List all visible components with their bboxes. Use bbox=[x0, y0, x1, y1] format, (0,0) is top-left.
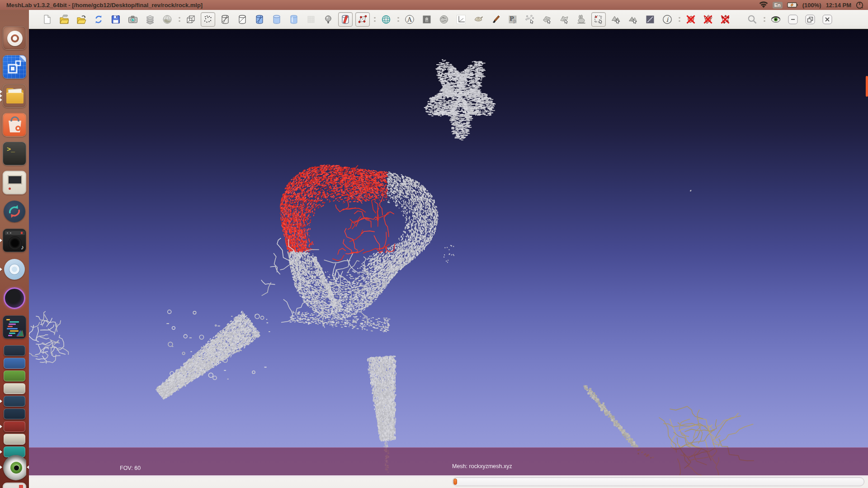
ubuntu-logo-icon bbox=[7, 31, 23, 46]
window-title: MeshLab v1.3.2_64bit - [/home/gcb12/Desk… bbox=[6, 2, 203, 9]
window-close-button[interactable] bbox=[820, 12, 835, 27]
stacked-launcher-icon[interactable] bbox=[4, 371, 25, 381]
show-trackball-button[interactable] bbox=[379, 12, 393, 27]
quality-mapper-tool[interactable]: Pp bbox=[505, 12, 520, 27]
open-project-button[interactable] bbox=[57, 12, 71, 27]
select-faces-tool[interactable] bbox=[609, 12, 623, 27]
show-selected-faces-button[interactable] bbox=[338, 12, 353, 27]
launcher-item-code-editor[interactable] bbox=[3, 315, 26, 339]
manipulator-tool[interactable] bbox=[540, 12, 554, 27]
gl-viewport[interactable]: FOV: 60 FPS: 0.0 Mesh: rockxyzmesh.xyz V… bbox=[29, 30, 868, 475]
align-tool[interactable] bbox=[574, 12, 589, 27]
launcher-item-sync-app[interactable] bbox=[3, 200, 26, 223]
show-raster-dialog-button[interactable] bbox=[160, 12, 175, 27]
deselect-faces-tool[interactable] bbox=[626, 12, 640, 27]
render-points-button[interactable] bbox=[201, 12, 215, 27]
render-hidden-lines-button[interactable] bbox=[235, 12, 250, 27]
render-bbox-button[interactable] bbox=[184, 12, 198, 27]
keyboard-layout-indicator[interactable]: En bbox=[773, 2, 783, 9]
point-cloud-canvas[interactable] bbox=[29, 30, 868, 475]
transform-tool[interactable] bbox=[454, 12, 468, 27]
fov-label: FOV: 60 bbox=[120, 465, 148, 472]
delete-selected-vertices-button[interactable] bbox=[701, 12, 715, 27]
stacked-launcher-icon[interactable] bbox=[4, 434, 25, 445]
render-flat-lines-button[interactable] bbox=[252, 12, 267, 27]
text-annotation-tool[interactable]: A bbox=[402, 12, 417, 27]
launcher-item-dash-home[interactable] bbox=[3, 26, 26, 50]
window-restore-button[interactable] bbox=[803, 12, 817, 27]
sync-arrows-icon bbox=[3, 200, 26, 223]
launcher-item-music-amp-app[interactable]: ♪ bbox=[3, 229, 26, 252]
measure-tool[interactable] bbox=[643, 12, 657, 27]
toolbar-separator bbox=[763, 15, 766, 23]
meshlab-toolbar: APpi bbox=[29, 10, 868, 30]
launcher-running-pip bbox=[0, 239, 2, 242]
show-layer-dialog-button[interactable] bbox=[143, 12, 157, 27]
stacked-launcher-icon[interactable] bbox=[4, 408, 25, 419]
info-tool[interactable]: i bbox=[660, 12, 675, 27]
window-minimize-button[interactable] bbox=[786, 12, 800, 27]
toolbar-separator bbox=[373, 15, 377, 23]
launcher-item-lens-app[interactable] bbox=[3, 286, 26, 310]
launcher-running-pip bbox=[0, 98, 2, 102]
launcher-item-software-center[interactable] bbox=[3, 113, 26, 136]
select-vertices-rectangle-tool[interactable] bbox=[591, 12, 606, 27]
render-wireframe-button[interactable] bbox=[218, 12, 232, 27]
export-mesh-button[interactable] bbox=[108, 12, 123, 27]
progress-bar bbox=[452, 477, 864, 486]
toolbar-separator bbox=[178, 15, 181, 23]
paint-tool[interactable] bbox=[488, 12, 503, 27]
progress-fill bbox=[453, 479, 457, 485]
toolbar-separator bbox=[678, 15, 681, 23]
texture-parametrization-tool[interactable] bbox=[437, 12, 451, 27]
svg-text:A: A bbox=[407, 16, 412, 23]
battery-percent-label: (100%) bbox=[802, 2, 821, 9]
lighting-toggle-button[interactable] bbox=[321, 12, 335, 27]
overlay-scrollbar-thumb[interactable] bbox=[866, 76, 868, 97]
snapshot-button[interactable] bbox=[126, 12, 140, 27]
show-selected-vertices-button[interactable] bbox=[355, 12, 370, 27]
launcher-running-pip bbox=[0, 90, 2, 94]
search-button[interactable] bbox=[745, 12, 760, 27]
render-texture-button bbox=[304, 12, 318, 27]
launcher-running-pip bbox=[27, 465, 29, 469]
launcher-item-retro-computer-app[interactable] bbox=[3, 171, 26, 194]
launcher-running-pip bbox=[0, 465, 2, 469]
referencing-tool[interactable] bbox=[557, 12, 571, 27]
render-smooth-button[interactable] bbox=[287, 12, 301, 27]
hud-camera-info: FOV: 60 FPS: 0.0 bbox=[120, 452, 148, 475]
stacked-launcher-icon[interactable] bbox=[4, 358, 25, 369]
svg-text:p: p bbox=[513, 18, 516, 24]
launcher-item-terminal[interactable]: >_ bbox=[3, 142, 26, 165]
reload-mesh-button[interactable] bbox=[91, 12, 106, 27]
stacked-launcher-icon[interactable] bbox=[4, 396, 25, 407]
toolbar-separator bbox=[396, 15, 400, 23]
import-mesh-button[interactable] bbox=[74, 12, 89, 27]
meshlab-window-icon[interactable] bbox=[769, 12, 783, 27]
launcher-item-chromium-browser[interactable] bbox=[3, 258, 26, 281]
launcher-item-trash[interactable]: ♻ bbox=[3, 483, 26, 488]
battery-icon[interactable] bbox=[787, 2, 798, 8]
stacked-launcher-icon[interactable] bbox=[4, 345, 25, 356]
delete-faces-and-vertices-button[interactable] bbox=[718, 12, 732, 27]
point-picking-tool[interactable] bbox=[523, 12, 537, 27]
launcher-running-pip bbox=[0, 399, 2, 403]
launcher-item-blueprint-app[interactable] bbox=[3, 55, 26, 79]
launcher-item-meshlab[interactable] bbox=[3, 455, 26, 481]
stacked-launcher-icon[interactable] bbox=[4, 421, 25, 432]
session-menu-icon[interactable] bbox=[856, 1, 863, 9]
viewport-info-band bbox=[29, 447, 868, 475]
render-flat-button[interactable] bbox=[269, 12, 284, 27]
clock-label[interactable]: 12:14 PM bbox=[826, 2, 851, 9]
image-align-tool[interactable] bbox=[420, 12, 434, 27]
status-strip bbox=[29, 475, 868, 488]
delete-selected-faces-button[interactable] bbox=[684, 12, 698, 27]
hole-filling-tool[interactable] bbox=[471, 12, 486, 27]
shopping-bag-icon bbox=[3, 113, 26, 136]
desktop: MeshLab v1.3.2_64bit - [/home/gcb12/Desk… bbox=[0, 0, 868, 488]
wifi-icon[interactable] bbox=[759, 1, 768, 9]
new-empty-project-button[interactable] bbox=[40, 12, 54, 27]
top-menubar: MeshLab v1.3.2_64bit - [/home/gcb12/Desk… bbox=[0, 0, 868, 10]
launcher-item-files[interactable] bbox=[3, 84, 26, 108]
stacked-launcher-icon[interactable] bbox=[4, 383, 25, 394]
